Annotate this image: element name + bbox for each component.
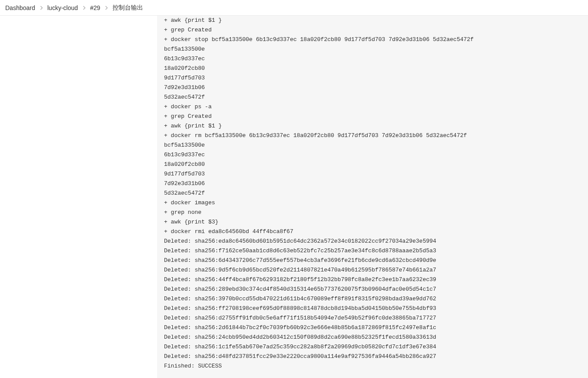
breadcrumb-build-number[interactable]: #29 <box>90 4 100 11</box>
main-layout: + awk {print $1 } + grep Created + docke… <box>0 16 588 378</box>
breadcrumb: Dashboard lucky-cloud #29 控制台输出 <box>0 0 588 16</box>
sidebar <box>0 16 157 378</box>
chevron-right-icon <box>82 6 86 10</box>
breadcrumb-dashboard[interactable]: Dashboard <box>5 4 35 11</box>
console-output[interactable]: + awk {print $1 } + grep Created + docke… <box>164 16 581 371</box>
breadcrumb-current: 控制台输出 <box>113 4 143 12</box>
chevron-right-icon <box>40 6 43 10</box>
content-area: + awk {print $1 } + grep Created + docke… <box>157 16 588 378</box>
chevron-right-icon <box>105 6 108 10</box>
breadcrumb-project[interactable]: lucky-cloud <box>48 4 78 11</box>
